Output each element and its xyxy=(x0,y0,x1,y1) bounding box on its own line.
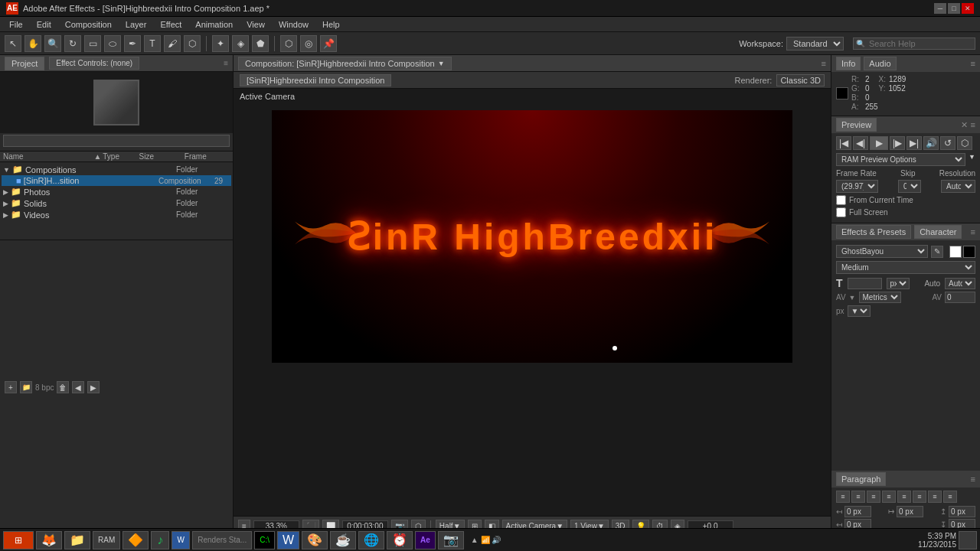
menu-edit[interactable]: Edit xyxy=(31,18,57,31)
maximize-button[interactable]: □ xyxy=(948,3,960,14)
project-search-input[interactable] xyxy=(3,135,230,147)
tree-sinr-comp[interactable]: ■ [SinR]H...sition Composition 29 xyxy=(2,175,231,186)
project-trash-btn[interactable]: 🗑 xyxy=(57,381,69,393)
fill-swatch[interactable] xyxy=(949,246,962,258)
search-input[interactable] xyxy=(853,37,975,50)
stroke-swatch[interactable] xyxy=(963,246,975,258)
character-tab[interactable]: Character xyxy=(914,225,962,239)
tool-puppet[interactable]: ✦ xyxy=(212,35,229,52)
taskbar-explorer[interactable]: 📁 xyxy=(64,531,90,549)
taskbar-cmd[interactable]: C:\ xyxy=(254,531,275,549)
effect-controls-tab[interactable]: Effect Controls: (none) xyxy=(49,57,139,70)
tool-camera[interactable]: ⬡ xyxy=(280,35,297,52)
taskbar-word[interactable]: W xyxy=(172,531,190,549)
breadcrumb-tab[interactable]: [SinR]Highbreedxii Intro Composition xyxy=(240,74,391,86)
align-right-btn[interactable]: ≡ xyxy=(867,491,880,503)
indent-left-input[interactable] xyxy=(844,506,871,517)
taskbar-vlc[interactable]: 🔶 xyxy=(122,531,149,549)
tool-pin[interactable]: 📌 xyxy=(320,35,337,52)
tool-text[interactable]: T xyxy=(144,35,161,52)
tool-hand[interactable]: ✋ xyxy=(24,35,41,52)
indent-right-input[interactable] xyxy=(897,506,923,517)
taskbar-clock[interactable]: ⏰ xyxy=(387,531,413,549)
tool-rect[interactable]: ▭ xyxy=(84,35,101,52)
preview-panel-menu[interactable]: ≡ xyxy=(971,120,975,129)
taskbar-time[interactable]: 5:39 PM 11/23/2015 xyxy=(918,532,956,549)
tree-compositions[interactable]: ▼ 📁 Compositions Folder xyxy=(2,164,231,175)
resolution-input[interactable]: Auto xyxy=(941,180,975,193)
tracking-input[interactable] xyxy=(945,292,975,303)
menu-composition[interactable]: Composition xyxy=(59,18,118,31)
taskbar-paint[interactable]: 🎨 xyxy=(302,531,328,549)
char-panel-close[interactable]: ≡ xyxy=(971,227,975,236)
project-new-btn[interactable]: + xyxy=(5,381,17,393)
tool-ellipse[interactable]: ⬭ xyxy=(104,35,121,52)
full-screen-checkbox[interactable] xyxy=(836,207,846,217)
taskbar-ae[interactable]: Ae xyxy=(415,531,436,549)
menu-file[interactable]: File xyxy=(3,18,29,31)
font-edit-icon[interactable]: ✎ xyxy=(931,246,943,258)
taskbar-photo[interactable]: 📷 xyxy=(438,531,464,549)
show-desktop-btn[interactable] xyxy=(959,531,977,549)
ram-preview-select[interactable]: RAM Preview Options xyxy=(836,153,965,166)
justify-right-btn[interactable]: ≡ xyxy=(913,491,926,503)
font-select[interactable]: GhostBayou xyxy=(836,245,928,258)
info-panel-close[interactable]: ≡ xyxy=(971,59,975,68)
justify-center-btn[interactable]: ≡ xyxy=(897,491,911,503)
unit-select[interactable]: ▼ xyxy=(848,305,871,317)
justify-force-btn[interactable]: ≡ xyxy=(943,491,957,503)
skip-to-start-button[interactable]: |◀ xyxy=(836,136,851,150)
style-select[interactable]: Medium xyxy=(836,261,975,274)
font-size-input[interactable]: 758 xyxy=(848,278,882,289)
renderer-value[interactable]: Classic 3D xyxy=(776,74,825,86)
tree-photos[interactable]: ▶ 📁 Photos Folder xyxy=(2,186,231,197)
project-folder-btn[interactable]: 📁 xyxy=(20,381,32,393)
taskbar-coffee[interactable]: ☕ xyxy=(330,531,356,549)
minimize-button[interactable]: ─ xyxy=(934,3,946,14)
project-tab[interactable]: Project xyxy=(5,57,44,70)
project-arrow-btn[interactable]: ◀ xyxy=(72,381,84,393)
comp-panel-close[interactable]: ≡ xyxy=(822,59,826,68)
taskbar-globe[interactable]: 🌐 xyxy=(358,531,384,549)
align-center-btn[interactable]: ≡ xyxy=(851,491,865,503)
space-before-input[interactable] xyxy=(949,506,975,517)
project-arrow2-btn[interactable]: ▶ xyxy=(87,381,100,393)
step-forward-button[interactable]: |▶ xyxy=(890,136,905,150)
taskbar-ram[interactable]: RAM xyxy=(93,531,120,549)
preview-panel-close[interactable]: ✕ xyxy=(961,120,968,130)
taskbar-firefox[interactable]: 🦊 xyxy=(36,531,62,549)
comp-panel-tab[interactable]: Composition: [SinR]Highbreedxii Intro Co… xyxy=(238,57,452,70)
tool-clone[interactable]: ⬡ xyxy=(184,35,201,52)
size-unit-select[interactable]: px xyxy=(887,278,910,289)
from-current-checkbox[interactable] xyxy=(836,195,846,205)
skip-input[interactable]: 0 xyxy=(898,180,921,193)
leading-select[interactable]: Auto xyxy=(945,278,975,289)
tool-shape[interactable]: ◈ xyxy=(232,35,249,52)
tool-arrow[interactable]: ↖ xyxy=(5,35,21,52)
loop-button[interactable]: ↺ xyxy=(940,136,956,150)
taskbar-render[interactable]: Renders Sta... xyxy=(192,531,252,549)
menu-effect[interactable]: Effect xyxy=(154,18,188,31)
frame-rate-input[interactable]: (29.97) xyxy=(836,180,878,193)
justify-all-btn[interactable]: ≡ xyxy=(928,491,942,503)
tool-brush[interactable]: 🖌 xyxy=(164,35,181,52)
taskbar-word2[interactable]: W xyxy=(277,531,299,549)
close-button[interactable]: ✕ xyxy=(962,3,974,14)
step-back-button[interactable]: ◀| xyxy=(853,136,868,150)
preview-options-btn[interactable]: ⬡ xyxy=(957,136,972,150)
start-button[interactable]: ⊞ xyxy=(3,531,34,549)
tool-zoom[interactable]: 🔍 xyxy=(44,35,61,52)
align-left-btn[interactable]: ≡ xyxy=(836,491,850,503)
preview-tab[interactable]: Preview xyxy=(836,118,877,132)
play-button[interactable]: ▶ xyxy=(870,136,888,150)
taskbar-spotify[interactable]: ♪ xyxy=(151,531,169,549)
skip-to-end-button[interactable]: ▶| xyxy=(906,136,922,150)
tree-videos[interactable]: ▶ 📁 Videos Folder xyxy=(2,209,231,220)
effects-presets-tab[interactable]: Effects & Presets xyxy=(836,225,911,239)
menu-help[interactable]: Help xyxy=(316,18,346,31)
audio-button[interactable]: 🔊 xyxy=(923,136,939,150)
workspace-select[interactable]: Standard xyxy=(786,37,844,51)
info-color-swatch[interactable] xyxy=(836,87,848,99)
kern-select[interactable]: Metrics xyxy=(859,292,901,303)
info-tab[interactable]: Info xyxy=(836,57,861,70)
